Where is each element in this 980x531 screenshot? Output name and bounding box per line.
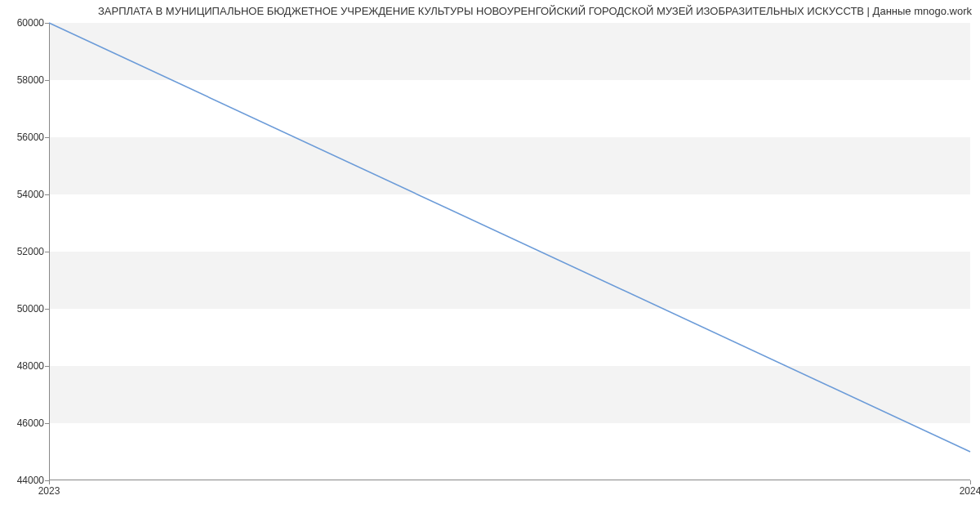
chart-title: ЗАРПЛАТА В МУНИЦИПАЛЬНОЕ БЮДЖЕТНОЕ УЧРЕЖ… [98,5,972,17]
y-tick [45,80,49,81]
y-tick-label: 60000 [17,17,44,29]
y-tick-label: 48000 [17,360,44,372]
y-tick [45,309,49,310]
y-tick [45,423,49,424]
line-layer [49,23,970,480]
y-tick [45,252,49,252]
y-tick [45,194,49,195]
y-tick-label: 46000 [17,417,44,429]
y-tick-label: 58000 [17,74,44,86]
data-line [49,23,970,452]
y-tick [45,137,49,138]
y-tick-label: 52000 [17,246,44,257]
y-tick-label: 50000 [17,303,44,315]
y-tick [45,23,49,24]
y-tick-label: 56000 [17,132,44,143]
x-tick-label: 2023 [38,485,60,497]
x-tick [970,480,971,484]
y-tick-label: 44000 [17,475,44,486]
y-tick-label: 54000 [17,189,44,200]
plot-area [49,23,970,480]
x-tick-label: 2024 [960,485,980,497]
x-tick [49,480,50,484]
y-tick [45,366,49,367]
